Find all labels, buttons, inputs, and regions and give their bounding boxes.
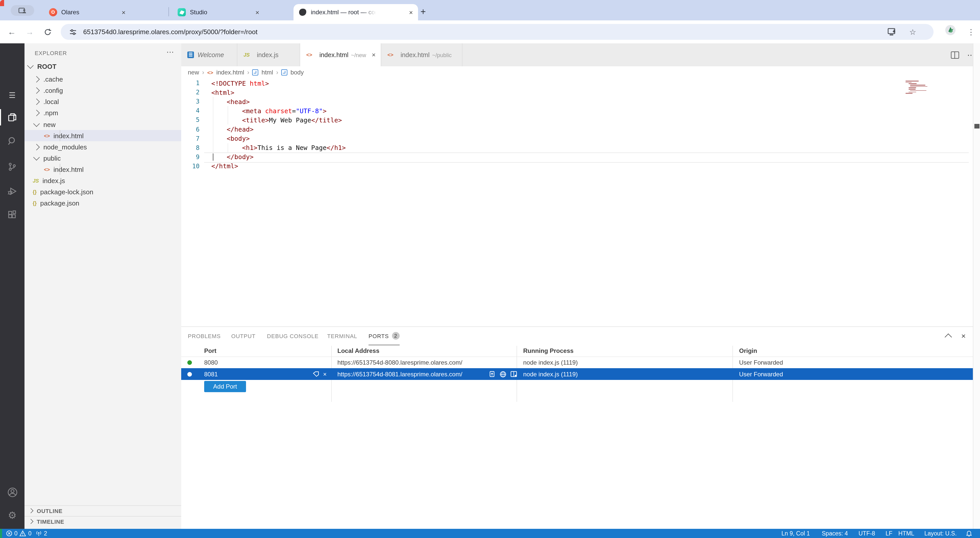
json-file-icon: {} (33, 189, 37, 195)
port-row-8080[interactable]: 8080 https://6513754d-8080.laresprime.ol… (181, 357, 973, 368)
tree-folder-public[interactable]: public (24, 152, 191, 164)
cursor-position[interactable]: Ln 9, Col 1 (781, 530, 810, 536)
port-local-address[interactable]: https://6513754d-8080.laresprime.olares.… (337, 359, 463, 366)
editor-tab-index-js[interactable]: JS index.js (237, 43, 300, 66)
tab-dir-hint: ~/new (351, 52, 366, 58)
studio-favicon (178, 8, 186, 16)
tree-file-package-json[interactable]: {} package.json (24, 197, 189, 209)
extensions-icon[interactable] (0, 205, 24, 225)
run-debug-icon[interactable] (0, 181, 24, 202)
code-editor[interactable]: 1<!DOCTYPE html> 2<html> 3 <head> 4 <met… (181, 79, 973, 326)
tab-label: Welcome (197, 51, 224, 59)
accounts-icon[interactable] (0, 482, 24, 502)
port-row-8081-selected[interactable]: 8081 × https://6513754d-8081.laresprime.… (181, 368, 973, 380)
split-editor-icon[interactable] (951, 51, 959, 59)
add-port-button[interactable]: Add Port (204, 381, 246, 392)
tree-folder-npm[interactable]: .npm (24, 107, 191, 118)
tree-folder-node-modules[interactable]: node_modules (24, 141, 191, 152)
tree-label: .npm (43, 109, 58, 116)
menu-hamburger-icon[interactable]: ☰ (0, 85, 24, 106)
breadcrumb-item[interactable]: new (188, 69, 199, 76)
breadcrumb-separator: › (276, 69, 278, 76)
explorer-icon[interactable] (0, 107, 24, 127)
panel-tab-debug-console[interactable]: DEBUG CONSOLE (267, 327, 318, 345)
open-in-browser-icon[interactable] (500, 371, 506, 378)
editor-tab-index-html-public[interactable]: <> index.html ~/public (381, 43, 463, 66)
browser-tab-olares[interactable]: O Olares × (44, 4, 130, 21)
panel-tab-terminal[interactable]: TERMINAL (327, 327, 357, 345)
tree-file-package-lock[interactable]: {} package-lock.json (24, 186, 189, 197)
close-tab-icon[interactable]: × (256, 8, 259, 16)
ports-table-header: Port Local Address Running Process Origi… (181, 346, 973, 357)
timeline-section[interactable]: TIMELINE (24, 516, 181, 526)
source-control-icon[interactable] (0, 157, 24, 177)
stop-forwarding-icon[interactable]: × (323, 370, 327, 378)
tune-icon[interactable] (69, 28, 77, 36)
close-tab-icon[interactable]: × (122, 8, 126, 16)
tree-label: .local (43, 98, 59, 105)
port-local-address[interactable]: https://6513754d-8081.laresprime.olares.… (337, 370, 463, 378)
page-scrollbar[interactable] (973, 43, 980, 529)
close-tab-icon[interactable]: × (409, 8, 413, 16)
preview-in-editor-icon[interactable] (511, 371, 517, 377)
new-tab-button[interactable]: + (416, 5, 430, 19)
editor-tab-index-html-new[interactable]: <> index.html ~/new × (300, 43, 381, 66)
set-label-icon[interactable] (313, 371, 319, 377)
back-icon[interactable]: ← (8, 27, 16, 37)
tree-folder-cache[interactable]: .cache (24, 73, 191, 85)
panel-tab-ports[interactable]: PORTS 2 (369, 327, 399, 345)
indent-guide (213, 97, 213, 161)
reload-icon[interactable] (44, 28, 52, 36)
tree-folder-config[interactable]: .config (24, 85, 191, 96)
panel-tab-output[interactable]: OUTPUT (231, 327, 256, 345)
warning-icon (20, 530, 26, 536)
minimap[interactable] (905, 81, 928, 94)
language-mode[interactable]: HTML (898, 530, 915, 536)
profile-avatar[interactable] (945, 25, 956, 35)
problems-status[interactable]: 0 0 (6, 530, 32, 536)
forwarded-ports-status[interactable]: 2 (36, 530, 47, 536)
browser-tab-codeserver[interactable]: index.html — root — code-se × (293, 4, 418, 21)
eol-setting[interactable]: LF (886, 530, 892, 536)
encoding-setting[interactable]: UTF-8 (859, 530, 875, 536)
breadcrumb-item[interactable]: html (262, 69, 273, 76)
forward-icon[interactable]: → (25, 27, 34, 37)
scrollbar-thumb[interactable] (974, 124, 980, 129)
notifications-bell[interactable] (966, 530, 972, 536)
activity-bar: ☰ ⚙ (0, 43, 24, 529)
close-panel-icon[interactable]: × (961, 332, 966, 340)
js-file-icon: JS (33, 178, 39, 183)
search-icon[interactable] (0, 131, 24, 151)
tab-label: index.html (401, 51, 430, 59)
more-actions-icon[interactable]: ⋯ (166, 48, 174, 57)
editor-tab-welcome[interactable]: Welcome (181, 43, 237, 66)
panel-tab-problems[interactable]: PROBLEMS (188, 327, 221, 345)
browser-tab-label: Olares (61, 9, 80, 16)
tab-search-button[interactable] (11, 5, 34, 16)
copy-address-icon[interactable] (490, 371, 496, 378)
browser-menu-kebab-icon[interactable]: ⋮ (967, 27, 975, 37)
url-bar[interactable]: 6513754d0.laresprime.olares.com/proxy/50… (61, 24, 934, 40)
tab-label: index.html (319, 51, 348, 59)
tree-root[interactable]: ROOT (24, 61, 185, 72)
tree-folder-local[interactable]: .local (24, 96, 191, 107)
close-tab-icon[interactable]: × (372, 51, 375, 59)
settings-gear-icon[interactable]: ⚙ (0, 505, 24, 525)
indentation-setting[interactable]: Spaces: 4 (822, 530, 848, 536)
chevron-right-icon (33, 110, 40, 116)
keyboard-layout[interactable]: Layout: U.S. (924, 530, 957, 536)
maximize-panel-icon[interactable] (945, 333, 952, 340)
breadcrumb-item[interactable]: index.html (216, 69, 244, 76)
tree-file-index-js[interactable]: JS index.js (24, 175, 189, 186)
install-app-icon[interactable] (887, 28, 896, 36)
outline-section[interactable]: OUTLINE (24, 505, 181, 516)
tree-file-public-index-html[interactable]: <> index.html (24, 164, 200, 175)
tree-folder-new[interactable]: new (24, 119, 191, 130)
browser-tab-studio[interactable]: Studio × (172, 4, 264, 21)
bookmark-star-icon[interactable]: ☆ (909, 27, 916, 37)
tree-file-new-index-html[interactable]: <> index.html (24, 130, 200, 141)
html-file-icon: <> (306, 52, 312, 58)
current-line-highlight (204, 152, 969, 163)
url-text[interactable]: 6513754d0.laresprime.olares.com/proxy/50… (83, 28, 258, 36)
breadcrumb-item[interactable]: body (290, 69, 304, 76)
